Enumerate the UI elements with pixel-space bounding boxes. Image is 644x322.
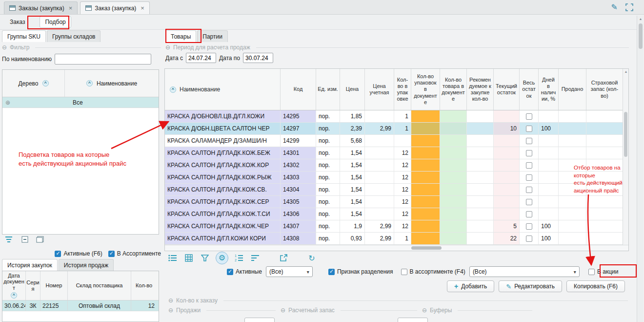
whole-stock-checkbox[interactable] [526, 162, 532, 169]
assortment-f4-checkbox[interactable]: В ассортименте (F4) [401, 268, 465, 275]
collapse-icon[interactable]: ⊖ [168, 298, 173, 303]
column-tree[interactable]: Дерево ^ [2, 70, 65, 97]
division-checkbox[interactable]: ✓ Признак разделения [328, 268, 393, 275]
table-vertical-scrollbar[interactable]: ▲ [623, 69, 628, 245]
column-qty-per-pack[interactable]: Кол-во в упаковке [394, 69, 411, 110]
cell-packs-in-doc[interactable] [411, 110, 440, 122]
cell-packs-in-doc[interactable] [411, 172, 440, 183]
expand-icon[interactable]: ⊕ [5, 99, 10, 106]
column-days-available[interactable]: Дней в наличии, % [539, 69, 559, 110]
column-whole-stock[interactable]: Весь остаток [520, 69, 539, 110]
column-number[interactable]: Номер [40, 271, 68, 300]
scrollbar-thumb[interactable] [411, 246, 442, 250]
copy-button[interactable]: Копировать (F6) [566, 280, 625, 292]
tab-sales-history[interactable]: История продаж [59, 259, 114, 271]
cell-packs-in-doc[interactable] [411, 159, 440, 171]
numbered-list-icon[interactable]: 12 [234, 253, 244, 263]
tab-sku-groups[interactable]: Группы SKU [2, 30, 46, 42]
tab-warehouse-groups[interactable]: Группы складов [47, 30, 101, 42]
cut-off-control[interactable] [244, 318, 275, 322]
collapse-icon[interactable]: ⊖ [2, 44, 7, 50]
sort-icon[interactable]: ^ [42, 80, 49, 86]
doc-tab-order[interactable]: Заказ (закупка) × [80, 1, 150, 14]
filter-funnel-icon[interactable] [200, 253, 210, 263]
refresh-icon[interactable]: ↻ [306, 253, 317, 263]
cell-packs-in-doc[interactable] [411, 220, 440, 232]
sort-icon[interactable]: ^ [11, 292, 17, 299]
calc-stock-group-header[interactable]: ⊖ Расчетный запас [281, 307, 417, 314]
whole-stock-checkbox[interactable] [526, 174, 532, 181]
whole-stock-checkbox[interactable] [526, 199, 532, 205]
filter-name-input[interactable] [55, 54, 151, 64]
column-unit[interactable]: Ед. изм. [316, 69, 340, 110]
grid-view-icon[interactable] [183, 253, 194, 263]
close-icon[interactable]: × [141, 4, 144, 12]
table-row[interactable]: КРАСКА САЛТОН Д/ГЛАДК.КОЖ.КОР 14302 пор.… [165, 159, 623, 172]
cell-packs-in-doc[interactable] [411, 184, 440, 195]
edit-pencil-icon[interactable]: ✎ [611, 2, 618, 12]
cut-off-control[interactable] [398, 318, 428, 322]
assortment-checkbox[interactable]: ✓ В Ассортименте [108, 250, 161, 257]
checkbox-checked-icon[interactable]: ✓ [108, 251, 115, 257]
collapse-icon[interactable]: ⊖ [281, 307, 285, 313]
edit-button[interactable]: ✎ Редактировать [499, 280, 562, 292]
collapse-icon[interactable]: ⊖ [168, 307, 173, 313]
checkbox-unchecked-icon[interactable] [401, 269, 407, 275]
tab-selection[interactable]: Подбор [40, 16, 71, 28]
table-row[interactable]: КРАСКА Д/ОБНОВЛ.ЦВ.Д/ГЛ.КОЖИ 14295 пор. … [165, 110, 623, 123]
cell-packs-in-doc[interactable] [411, 135, 440, 147]
active-f6-checkbox[interactable]: ✓ Активные (F6) [55, 250, 102, 257]
whole-stock-checkbox[interactable] [526, 113, 532, 120]
filter-funnel-icon[interactable] [5, 236, 14, 243]
column-name[interactable]: ^ Наименование [165, 69, 281, 110]
whole-stock-checkbox[interactable] [526, 138, 532, 144]
scroll-up-icon[interactable]: ▲ [637, 17, 644, 21]
scroll-up-icon[interactable]: ▲ [623, 70, 629, 73]
table-row[interactable]: КРАСКА САЛТОН Д/ГЛАДК.КОЖ.Т.СИ 14306 пор… [165, 208, 623, 220]
add-button[interactable]: + Добавить [447, 280, 494, 292]
column-name[interactable]: ^ Наименование [65, 70, 159, 97]
close-icon[interactable]: × [69, 4, 73, 12]
column-sold[interactable]: Продано [559, 69, 586, 110]
collapse-icon[interactable]: ⊖ [422, 307, 427, 313]
column-supplier-warehouse[interactable]: Склад поставщика [68, 271, 131, 300]
sort-icon[interactable]: ^ [86, 80, 93, 86]
sort-icon[interactable]: ^ [170, 86, 176, 93]
active-checkbox[interactable]: ✓ Активные [227, 268, 262, 275]
promo-checkbox[interactable]: В акции [588, 268, 619, 275]
checkbox-checked-icon[interactable]: ✓ [227, 269, 233, 275]
tab-batches[interactable]: Партии [197, 30, 228, 42]
cell-packs-in-doc[interactable] [411, 233, 440, 244]
settings-gear-icon[interactable]: ⚙ [216, 252, 228, 264]
filter-group-header[interactable]: ⊖ Фильтр [2, 44, 161, 51]
table-row[interactable]: КРАСКА САЛАМАНДЕР Д/ЗАМШИ/Н 14299 пор. 5… [165, 135, 623, 147]
date-from-input[interactable] [186, 53, 216, 63]
date-to-input[interactable] [243, 53, 273, 63]
checkbox-checked-icon[interactable]: ✓ [55, 251, 61, 257]
table-row[interactable]: КРАСКА САЛТОН Д/ГЛАДК.КОЖ.РЫЖ 14303 пор.… [165, 172, 623, 184]
column-accounting-price[interactable]: Цена учетная [365, 69, 394, 110]
qty-group-header[interactable]: ⊖ Кол-во к заказу [168, 297, 628, 304]
column-qty[interactable]: Кол-во [131, 271, 157, 300]
column-price[interactable]: Цена [340, 69, 365, 110]
history-row[interactable]: 30.06.24 ЗК 22125 Оптовый склад 12 [2, 301, 159, 311]
buffers-group-header[interactable]: ⊖ Буферы [422, 307, 532, 314]
column-packs-in-doc[interactable]: Кол-во упаковок в документе [411, 69, 440, 110]
scrollbar-thumb[interactable] [624, 112, 627, 157]
column-code[interactable]: Код [281, 69, 316, 110]
collapse-icon[interactable]: ⊖ [165, 44, 170, 50]
column-series[interactable]: Серия [26, 271, 40, 300]
group-filter-select[interactable]: (Все) ▾ [266, 266, 313, 277]
whole-stock-checkbox[interactable] [526, 223, 532, 230]
cell-packs-in-doc[interactable] [411, 147, 440, 159]
column-safety-stock[interactable]: Страховой запас (кол-во) [586, 69, 623, 110]
table-horizontal-scrollbar[interactable] [165, 245, 628, 251]
open-external-icon[interactable] [278, 253, 289, 263]
tab-purchase-history[interactable]: История закупок [2, 259, 58, 271]
whole-stock-checkbox[interactable] [526, 236, 532, 242]
column-recommended-qty[interactable]: Рекомендуемое к закупке кол-во [467, 69, 494, 110]
collapse-all-icon[interactable] [21, 236, 28, 243]
expand-all-icon[interactable] [36, 236, 44, 243]
column-doc-date[interactable]: Дата документ^ [2, 271, 26, 300]
assortment-filter-select[interactable]: (Все) ▾ [469, 266, 580, 277]
